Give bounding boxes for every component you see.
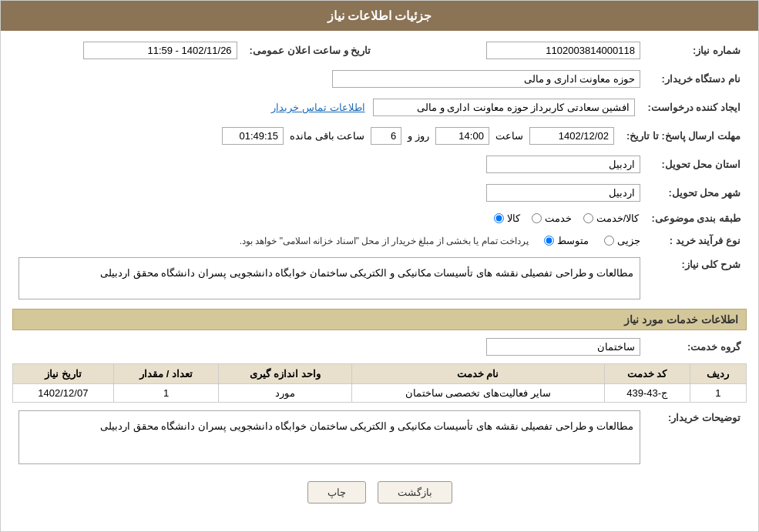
city-display: اردبیل (486, 184, 640, 202)
purchase-type-label: نوع فرآیند خرید : (646, 232, 747, 249)
need-number-value: 1102003814000118 (415, 38, 646, 62)
need-number-section: شماره نیاز: 1102003814000118 تاریخ و ساع… (12, 38, 747, 62)
action-buttons: بازگشت چاپ (12, 472, 747, 513)
services-section-title: اطلاعات خدمات مورد نیاز (12, 309, 747, 330)
buyer-notes-value: مطالعات و طراحی تفصیلی نقشه های تأسیسات … (12, 407, 646, 467)
service-group-label: گروه خدمت: (646, 335, 747, 359)
creator-section: ایجاد کننده درخواست: افشین سعادتی کاربرد… (12, 95, 747, 119)
print-button[interactable]: چاپ (307, 481, 366, 504)
category-kala-radio[interactable] (494, 213, 504, 223)
deadline-time-label: ساعت (495, 130, 523, 142)
creator-label: ایجاد کننده درخواست: (641, 95, 747, 119)
buyer-notes-section: توضیحات خریدار: مطالعات و طراحی تفصیلی ن… (12, 407, 747, 467)
deadline-values: 1402/12/02 ساعت 14:00 روز و 6 ساعت باقی … (12, 124, 620, 148)
page-header: جزئیات اطلاعات نیاز (1, 1, 758, 31)
org-name-section: نام دستگاه خریدار: حوزه معاونت اداری و م… (12, 67, 747, 91)
cell-row-num: 1 (690, 384, 746, 403)
city-section: شهر محل تحویل: اردبیل (12, 181, 747, 205)
service-group-value: ساختمان (12, 335, 646, 359)
cell-quantity: 1 (113, 384, 219, 403)
category-khedmat-option: خدمت (532, 212, 572, 224)
cell-service-code: ج-43-439 (604, 384, 690, 403)
category-kala-khedmat-label: کالا/خدمت (596, 212, 640, 224)
city-label: شهر محل تحویل: (646, 181, 747, 205)
deadline-label: مهلت ارسال پاسخ: تا تاریخ: (620, 124, 747, 148)
category-label: طبقه بندی موضوعی: (645, 209, 747, 227)
services-table: ردیف کد خدمت نام خدمت واحد اندازه گیری ت… (12, 363, 747, 403)
creator-display: افشین سعادتی کاربرداز حوزه معاونت اداری … (373, 99, 635, 116)
need-description-section: شرح کلی نیاز: مطالعات و طراحی تفصیلی نقش… (12, 254, 747, 303)
col-service-code: کد خدمت (604, 364, 690, 384)
purchase-motevaset-option: متوسط (544, 235, 589, 246)
need-number-label: شماره نیاز: (646, 38, 747, 62)
province-label: استان محل تحویل: (646, 152, 747, 176)
need-number-display: 1102003814000118 (486, 42, 640, 59)
service-group-display: ساختمان (486, 338, 640, 356)
purchase-note: پرداخت تمام یا بخشی از مبلغ خریدار از مح… (240, 236, 529, 246)
purchase-jozei-option: جزیی (604, 235, 640, 246)
deadline-section: مهلت ارسال پاسخ: تا تاریخ: 1402/12/02 سا… (12, 124, 747, 148)
deadline-remaining-label: ساعت باقی مانده (290, 130, 364, 142)
deadline-date: 1402/12/02 (529, 127, 614, 145)
category-kala-option: کالا (494, 212, 520, 224)
back-button[interactable]: بازگشت (378, 481, 452, 504)
col-unit: واحد اندازه گیری (219, 364, 351, 384)
announce-date-value: 1402/11/26 - 11:59 (12, 38, 243, 62)
cell-date: 1402/12/07 (13, 384, 114, 403)
purchase-jozei-label: جزیی (617, 235, 640, 246)
purchase-jozei-radio[interactable] (604, 236, 614, 246)
need-description-display: مطالعات و طراحی تفصیلی نقشه های تأسیسات … (18, 257, 640, 299)
deadline-time: 14:00 (435, 127, 489, 145)
service-group-section: گروه خدمت: ساختمان (12, 335, 747, 359)
col-date: تاریخ نیاز (13, 364, 114, 384)
cell-unit: مورد (219, 384, 351, 403)
org-name-display: حوزه معاونت اداری و مالی (332, 70, 640, 88)
col-quantity: تعداد / مقدار (113, 364, 219, 384)
col-row-num: ردیف (690, 364, 746, 384)
org-name-value: حوزه معاونت اداری و مالی (12, 67, 646, 91)
buyer-notes-label: توضیحات خریدار: (646, 407, 747, 467)
category-section: طبقه بندی موضوعی: کالا/خدمت خدمت کالا (12, 209, 747, 227)
org-name-label: نام دستگاه خریدار: (646, 67, 747, 91)
category-khedmat-label: خدمت (545, 212, 572, 224)
province-value: اردبیل (12, 152, 646, 176)
table-row: 1 ج-43-439 سایر فعالیت‌های تخصصی ساختمان… (13, 384, 747, 403)
deadline-remaining: 01:49:15 (222, 127, 284, 145)
creator-value: افشین سعادتی کاربرداز حوزه معاونت اداری … (12, 95, 641, 119)
purchase-type-options: جزیی متوسط پرداخت تمام یا بخشی از مبلغ خ… (12, 232, 646, 249)
announce-date-display: 1402/11/26 - 11:59 (83, 42, 237, 59)
deadline-days: 6 (371, 127, 401, 145)
purchase-type-section: نوع فرآیند خرید : جزیی متوسط پرداخت تمام… (12, 232, 747, 249)
contact-link[interactable]: اطلاعات تماس خریدار (271, 102, 364, 113)
col-service-name: نام خدمت (351, 364, 604, 384)
category-kala-khedmat-option: کالا/خدمت (583, 212, 640, 224)
province-display: اردبیل (486, 156, 640, 173)
need-description-label: شرح کلی نیاز: (646, 254, 747, 303)
category-kala-label: کالا (507, 212, 520, 224)
city-value: اردبیل (12, 181, 646, 205)
cell-service-name: سایر فعالیت‌های تخصصی ساختمان (351, 384, 604, 403)
buyer-notes-display: مطالعات و طراحی تفصیلی نقشه های تأسیسات … (18, 410, 640, 464)
page-title: جزئیات اطلاعات نیاز (327, 9, 432, 22)
deadline-days-label: روز و (408, 130, 429, 142)
category-kala-khedmat-radio[interactable] (583, 213, 593, 223)
purchase-motevaset-label: متوسط (557, 235, 589, 246)
category-khedmat-radio[interactable] (532, 213, 542, 223)
province-section: استان محل تحویل: اردبیل (12, 152, 747, 176)
announce-date-label: تاریخ و ساعت اعلان عمومی: (243, 38, 378, 62)
category-options: کالا/خدمت خدمت کالا (12, 209, 645, 227)
purchase-motevaset-radio[interactable] (544, 236, 554, 246)
need-description-value: مطالعات و طراحی تفصیلی نقشه های تأسیسات … (12, 254, 646, 303)
